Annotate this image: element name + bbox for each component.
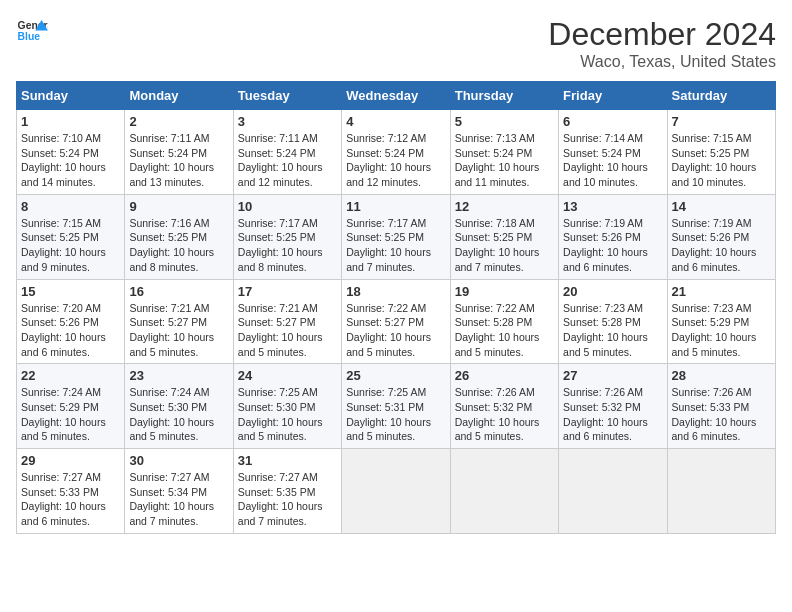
day-number: 8 <box>21 199 120 214</box>
table-row <box>559 449 667 534</box>
table-row: 19Sunrise: 7:22 AM Sunset: 5:28 PM Dayli… <box>450 279 558 364</box>
table-row: 2Sunrise: 7:11 AM Sunset: 5:24 PM Daylig… <box>125 110 233 195</box>
page-header: General Blue December 2024 Waco, Texas, … <box>16 16 776 71</box>
day-number: 17 <box>238 284 337 299</box>
table-row: 9Sunrise: 7:16 AM Sunset: 5:25 PM Daylig… <box>125 194 233 279</box>
day-info: Sunrise: 7:17 AM Sunset: 5:25 PM Dayligh… <box>346 216 445 275</box>
day-number: 14 <box>672 199 771 214</box>
day-info: Sunrise: 7:24 AM Sunset: 5:30 PM Dayligh… <box>129 385 228 444</box>
calendar-week-row: 15Sunrise: 7:20 AM Sunset: 5:26 PM Dayli… <box>17 279 776 364</box>
day-number: 15 <box>21 284 120 299</box>
day-number: 9 <box>129 199 228 214</box>
day-info: Sunrise: 7:21 AM Sunset: 5:27 PM Dayligh… <box>238 301 337 360</box>
day-info: Sunrise: 7:12 AM Sunset: 5:24 PM Dayligh… <box>346 131 445 190</box>
day-info: Sunrise: 7:25 AM Sunset: 5:30 PM Dayligh… <box>238 385 337 444</box>
table-row: 30Sunrise: 7:27 AM Sunset: 5:34 PM Dayli… <box>125 449 233 534</box>
day-info: Sunrise: 7:27 AM Sunset: 5:35 PM Dayligh… <box>238 470 337 529</box>
page-subtitle: Waco, Texas, United States <box>548 53 776 71</box>
table-row: 15Sunrise: 7:20 AM Sunset: 5:26 PM Dayli… <box>17 279 125 364</box>
day-info: Sunrise: 7:13 AM Sunset: 5:24 PM Dayligh… <box>455 131 554 190</box>
table-row: 31Sunrise: 7:27 AM Sunset: 5:35 PM Dayli… <box>233 449 341 534</box>
day-info: Sunrise: 7:15 AM Sunset: 5:25 PM Dayligh… <box>672 131 771 190</box>
page-title: December 2024 <box>548 16 776 53</box>
table-row: 22Sunrise: 7:24 AM Sunset: 5:29 PM Dayli… <box>17 364 125 449</box>
table-row: 7Sunrise: 7:15 AM Sunset: 5:25 PM Daylig… <box>667 110 775 195</box>
table-row: 12Sunrise: 7:18 AM Sunset: 5:25 PM Dayli… <box>450 194 558 279</box>
day-info: Sunrise: 7:16 AM Sunset: 5:25 PM Dayligh… <box>129 216 228 275</box>
table-row: 27Sunrise: 7:26 AM Sunset: 5:32 PM Dayli… <box>559 364 667 449</box>
day-number: 19 <box>455 284 554 299</box>
col-tuesday: Tuesday <box>233 82 341 110</box>
day-info: Sunrise: 7:26 AM Sunset: 5:32 PM Dayligh… <box>455 385 554 444</box>
svg-text:Blue: Blue <box>18 31 41 42</box>
table-row: 24Sunrise: 7:25 AM Sunset: 5:30 PM Dayli… <box>233 364 341 449</box>
day-number: 18 <box>346 284 445 299</box>
day-info: Sunrise: 7:23 AM Sunset: 5:28 PM Dayligh… <box>563 301 662 360</box>
day-number: 30 <box>129 453 228 468</box>
day-info: Sunrise: 7:27 AM Sunset: 5:33 PM Dayligh… <box>21 470 120 529</box>
day-number: 6 <box>563 114 662 129</box>
day-info: Sunrise: 7:22 AM Sunset: 5:27 PM Dayligh… <box>346 301 445 360</box>
table-row: 10Sunrise: 7:17 AM Sunset: 5:25 PM Dayli… <box>233 194 341 279</box>
table-row: 11Sunrise: 7:17 AM Sunset: 5:25 PM Dayli… <box>342 194 450 279</box>
day-number: 2 <box>129 114 228 129</box>
table-row <box>342 449 450 534</box>
day-number: 29 <box>21 453 120 468</box>
calendar-week-row: 29Sunrise: 7:27 AM Sunset: 5:33 PM Dayli… <box>17 449 776 534</box>
calendar-body: 1Sunrise: 7:10 AM Sunset: 5:24 PM Daylig… <box>17 110 776 534</box>
table-row: 5Sunrise: 7:13 AM Sunset: 5:24 PM Daylig… <box>450 110 558 195</box>
day-number: 13 <box>563 199 662 214</box>
day-number: 1 <box>21 114 120 129</box>
table-row: 21Sunrise: 7:23 AM Sunset: 5:29 PM Dayli… <box>667 279 775 364</box>
day-info: Sunrise: 7:21 AM Sunset: 5:27 PM Dayligh… <box>129 301 228 360</box>
day-number: 26 <box>455 368 554 383</box>
table-row: 20Sunrise: 7:23 AM Sunset: 5:28 PM Dayli… <box>559 279 667 364</box>
calendar-week-row: 22Sunrise: 7:24 AM Sunset: 5:29 PM Dayli… <box>17 364 776 449</box>
day-number: 25 <box>346 368 445 383</box>
table-row <box>450 449 558 534</box>
day-number: 16 <box>129 284 228 299</box>
day-number: 3 <box>238 114 337 129</box>
day-number: 23 <box>129 368 228 383</box>
table-row: 14Sunrise: 7:19 AM Sunset: 5:26 PM Dayli… <box>667 194 775 279</box>
day-number: 20 <box>563 284 662 299</box>
table-row: 29Sunrise: 7:27 AM Sunset: 5:33 PM Dayli… <box>17 449 125 534</box>
table-row: 16Sunrise: 7:21 AM Sunset: 5:27 PM Dayli… <box>125 279 233 364</box>
day-info: Sunrise: 7:27 AM Sunset: 5:34 PM Dayligh… <box>129 470 228 529</box>
col-saturday: Saturday <box>667 82 775 110</box>
col-monday: Monday <box>125 82 233 110</box>
day-info: Sunrise: 7:17 AM Sunset: 5:25 PM Dayligh… <box>238 216 337 275</box>
day-number: 11 <box>346 199 445 214</box>
day-number: 12 <box>455 199 554 214</box>
logo-icon: General Blue <box>16 16 48 44</box>
table-row: 13Sunrise: 7:19 AM Sunset: 5:26 PM Dayli… <box>559 194 667 279</box>
day-number: 7 <box>672 114 771 129</box>
table-row: 6Sunrise: 7:14 AM Sunset: 5:24 PM Daylig… <box>559 110 667 195</box>
col-thursday: Thursday <box>450 82 558 110</box>
day-info: Sunrise: 7:11 AM Sunset: 5:24 PM Dayligh… <box>238 131 337 190</box>
col-wednesday: Wednesday <box>342 82 450 110</box>
day-info: Sunrise: 7:20 AM Sunset: 5:26 PM Dayligh… <box>21 301 120 360</box>
day-info: Sunrise: 7:23 AM Sunset: 5:29 PM Dayligh… <box>672 301 771 360</box>
day-number: 24 <box>238 368 337 383</box>
day-info: Sunrise: 7:19 AM Sunset: 5:26 PM Dayligh… <box>563 216 662 275</box>
day-info: Sunrise: 7:11 AM Sunset: 5:24 PM Dayligh… <box>129 131 228 190</box>
day-number: 10 <box>238 199 337 214</box>
table-row: 3Sunrise: 7:11 AM Sunset: 5:24 PM Daylig… <box>233 110 341 195</box>
table-row <box>667 449 775 534</box>
calendar-header-row: Sunday Monday Tuesday Wednesday Thursday… <box>17 82 776 110</box>
day-info: Sunrise: 7:15 AM Sunset: 5:25 PM Dayligh… <box>21 216 120 275</box>
table-row: 28Sunrise: 7:26 AM Sunset: 5:33 PM Dayli… <box>667 364 775 449</box>
table-row: 1Sunrise: 7:10 AM Sunset: 5:24 PM Daylig… <box>17 110 125 195</box>
title-area: December 2024 Waco, Texas, United States <box>548 16 776 71</box>
table-row: 18Sunrise: 7:22 AM Sunset: 5:27 PM Dayli… <box>342 279 450 364</box>
day-number: 31 <box>238 453 337 468</box>
table-row: 26Sunrise: 7:26 AM Sunset: 5:32 PM Dayli… <box>450 364 558 449</box>
day-number: 21 <box>672 284 771 299</box>
table-row: 23Sunrise: 7:24 AM Sunset: 5:30 PM Dayli… <box>125 364 233 449</box>
day-info: Sunrise: 7:22 AM Sunset: 5:28 PM Dayligh… <box>455 301 554 360</box>
table-row: 8Sunrise: 7:15 AM Sunset: 5:25 PM Daylig… <box>17 194 125 279</box>
day-info: Sunrise: 7:26 AM Sunset: 5:32 PM Dayligh… <box>563 385 662 444</box>
day-number: 28 <box>672 368 771 383</box>
day-info: Sunrise: 7:26 AM Sunset: 5:33 PM Dayligh… <box>672 385 771 444</box>
